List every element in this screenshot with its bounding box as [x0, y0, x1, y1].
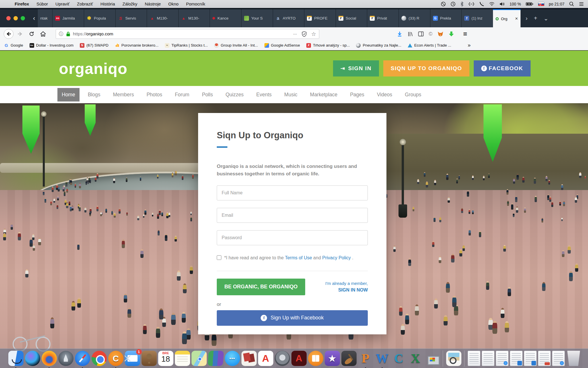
- time-machine-icon[interactable]: [450, 1, 456, 7]
- list-all-tabs-button[interactable]: ⌄: [543, 15, 548, 22]
- dock-garageband[interactable]: [341, 351, 357, 366]
- url-bar[interactable]: ⓘ https://organiqo.com ⋯ ☆: [56, 29, 319, 39]
- password-input[interactable]: [217, 230, 368, 245]
- page-info-icon[interactable]: ⓘ: [59, 31, 63, 37]
- dock-trash[interactable]: [566, 351, 581, 366]
- dock-preview[interactable]: [446, 351, 461, 366]
- signup-facebook-button[interactable]: fSign Up with Facebook: [217, 310, 368, 326]
- tab-m130-1[interactable]: ▲M130-: [147, 9, 178, 27]
- page-actions-icon[interactable]: ⋯: [293, 32, 297, 36]
- dock-books[interactable]: [208, 351, 224, 366]
- tab-33-r[interactable]: (33) R: [399, 9, 430, 27]
- library-icon[interactable]: [407, 31, 413, 37]
- dock-powerpoint[interactable]: P: [358, 351, 373, 366]
- menu-zobrazit[interactable]: Zobraziť: [77, 1, 93, 6]
- close-tab-button[interactable]: ×: [515, 16, 518, 22]
- bookmark-adsense[interactable]: Google AdSense: [264, 43, 300, 48]
- full-name-input[interactable]: [217, 185, 368, 200]
- tab-your-s[interactable]: Your S: [241, 9, 273, 27]
- downloads-icon[interactable]: [397, 31, 403, 37]
- bookmark-tipranks[interactable]: twTipRanks | Stocks t...: [165, 43, 208, 48]
- dock-word[interactable]: W: [375, 351, 390, 366]
- phone-icon[interactable]: [479, 1, 484, 7]
- menu-item-videos[interactable]: Videos: [373, 88, 396, 101]
- dock-photo-booth[interactable]: [241, 351, 257, 366]
- dock-ibooks[interactable]: [308, 351, 323, 366]
- dock-excel[interactable]: X: [408, 351, 423, 366]
- battery-icon[interactable]: [526, 2, 533, 6]
- menu-upravit[interactable]: Upraviť: [55, 1, 69, 6]
- dock-finder[interactable]: [8, 351, 24, 366]
- dock-remote-desktop[interactable]: [425, 351, 440, 366]
- bookmark-star-icon[interactable]: ☆: [311, 31, 316, 37]
- menu-item-forum[interactable]: Forum: [171, 88, 194, 101]
- close-window-button[interactable]: [6, 16, 11, 20]
- dock-doc-blue[interactable]: [496, 351, 508, 366]
- forward-button[interactable]: [15, 29, 25, 39]
- tab-prekladac[interactable]: GPrekla: [430, 9, 462, 27]
- menu-item-events[interactable]: Events: [252, 88, 276, 101]
- airplay-brackets-icon[interactable]: [468, 2, 475, 6]
- dock-doc-picture[interactable]: [538, 351, 551, 366]
- wifi-icon[interactable]: [489, 2, 495, 6]
- minimize-window-button[interactable]: [13, 16, 18, 20]
- pocket-shield-icon[interactable]: [302, 31, 307, 37]
- slovak-flag-icon[interactable]: [538, 2, 544, 6]
- dock-maps[interactable]: [192, 351, 207, 366]
- dock-doc-sheet[interactable]: [552, 351, 565, 366]
- scroll-tabs-left-button[interactable]: ‹: [31, 9, 37, 27]
- bookmark-group-invite[interactable]: Group Invite All - Int...: [214, 43, 258, 48]
- tab-organiqo-active[interactable]: Org×: [493, 9, 521, 27]
- dock-messages[interactable]: •••: [225, 351, 240, 366]
- bookmarks-overflow-button[interactable]: »: [468, 42, 471, 48]
- dock-notes[interactable]: [175, 351, 190, 366]
- bookmark-porovnanie[interactable]: Porovnanie brokero...: [115, 43, 158, 48]
- menu-item-polls[interactable]: Polls: [198, 88, 217, 101]
- lock-icon[interactable]: [66, 31, 70, 37]
- menu-historia[interactable]: História: [100, 1, 115, 6]
- menu-item-marketplace[interactable]: Marketplace: [306, 88, 342, 101]
- tab-privat[interactable]: PPrivát: [367, 9, 399, 27]
- bookmark-trhove-analyzy[interactable]: XTrhové analýzy - sp...: [306, 43, 350, 48]
- hamburger-menu-icon[interactable]: ≡: [463, 30, 467, 38]
- sign-in-now-link[interactable]: SIGN IN NOW: [325, 288, 368, 293]
- back-button[interactable]: [4, 29, 13, 39]
- dock-launchpad[interactable]: [58, 351, 74, 366]
- dock-safari[interactable]: [75, 351, 90, 366]
- scroll-tabs-right-button[interactable]: ›: [526, 15, 528, 22]
- do-not-disturb-icon[interactable]: [441, 1, 446, 7]
- menu-item-home[interactable]: Home: [57, 88, 80, 101]
- zoom-window-button[interactable]: [21, 16, 25, 20]
- dock-contacts[interactable]: [142, 351, 157, 366]
- tab-jarmila[interactable]: EISJarmila: [52, 9, 84, 27]
- bookmark-econ-alerts[interactable]: Econ Alerts | Trade ...: [408, 43, 451, 47]
- dock-chrome[interactable]: [92, 351, 107, 366]
- dock-siri[interactable]: [25, 351, 40, 366]
- dock-imovie[interactable]: ★: [325, 351, 340, 366]
- terms-of-use-link[interactable]: Terms of Use: [285, 255, 312, 260]
- dock-doc-list[interactable]: [482, 351, 494, 366]
- menu-item-groups[interactable]: Groups: [401, 88, 425, 101]
- menu-item-blogs[interactable]: Blogs: [84, 88, 105, 101]
- menu-okno[interactable]: Okno: [168, 1, 179, 6]
- bookmark-pneumatiky[interactable]: Pneumatiky za Najle...: [356, 43, 401, 48]
- tab-kontakt[interactable]: ntak: [37, 9, 52, 27]
- bookmark-swapd[interactable]: N(67) SWAPD: [80, 43, 109, 48]
- tab-kance[interactable]: Kance: [210, 9, 241, 27]
- dock-doc-word-2[interactable]: [524, 351, 537, 366]
- sidebar-icon[interactable]: [418, 31, 424, 37]
- menu-item-music[interactable]: Music: [280, 88, 302, 101]
- notification-center-icon[interactable]: [579, 2, 584, 6]
- menu-item-photos[interactable]: Photos: [142, 88, 166, 101]
- tab-popula[interactable]: ✽Popula: [84, 9, 115, 27]
- be-organic-button[interactable]: BE ORGANIC, BE ORGANIQO: [217, 279, 305, 295]
- sign-up-button[interactable]: SIQN UP TO ORGANIQO: [383, 60, 469, 76]
- spotlight-icon[interactable]: [569, 1, 574, 7]
- tab-facebook[interactable]: f(1) Inz: [461, 9, 493, 27]
- extension-copyright-icon[interactable]: ©: [429, 31, 432, 37]
- volume-icon[interactable]: [499, 2, 505, 6]
- metamask-fox-icon[interactable]: [437, 31, 444, 37]
- organiqo-logo[interactable]: organiqo: [59, 60, 127, 77]
- video-download-icon[interactable]: [448, 31, 454, 37]
- email-input[interactable]: [217, 208, 368, 223]
